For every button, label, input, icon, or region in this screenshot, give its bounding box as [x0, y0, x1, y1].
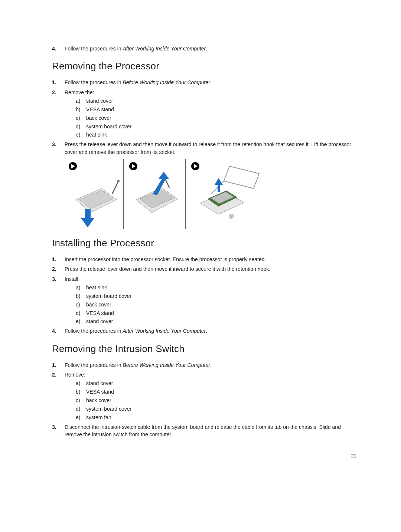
- section-heading: Installing the Processor: [52, 237, 356, 249]
- sub-text: stand cover: [86, 318, 113, 324]
- step-text: Follow the procedures in: [65, 46, 123, 52]
- sub-text: system board cover: [86, 406, 131, 412]
- page-number: 21: [52, 453, 356, 459]
- sub-text: stand cover: [86, 380, 113, 386]
- processor-removal-figure: [65, 159, 356, 229]
- sub-list-item: a)heat sink: [76, 284, 356, 291]
- sub-list-item: c)back cover: [76, 397, 356, 404]
- sub-list-item: e)stand cover: [76, 318, 356, 325]
- step-text: Follow the procedures in: [65, 79, 123, 85]
- sub-list-item: c)back cover: [76, 301, 356, 308]
- step-text: Press the release lever down and then mo…: [65, 141, 351, 155]
- sub-list-item: d)VESA stand: [76, 310, 356, 317]
- figure-separator: [185, 159, 186, 229]
- sub-list-item: a)stand cover: [76, 98, 356, 105]
- page: 4. Follow the procedures in After Workin…: [0, 0, 401, 481]
- step-text: Insert the processor into the processor …: [65, 256, 266, 262]
- sub-marker: b): [76, 293, 80, 300]
- top-step-list: 4. Follow the procedures in After Workin…: [52, 45, 356, 52]
- sub-text: stand cover: [86, 98, 113, 104]
- svg-marker-16: [224, 166, 259, 188]
- step-text: Disconnect the intrusion-switch cable fr…: [65, 424, 341, 437]
- list-marker: 1.: [52, 79, 60, 86]
- sub-marker: e): [76, 318, 80, 325]
- sub-marker: d): [76, 310, 80, 317]
- section-heading: Removing the Intrusion Switch: [52, 343, 356, 355]
- step-text-after: .: [210, 79, 212, 85]
- list-marker: 3.: [52, 275, 60, 283]
- step-text: Install:: [65, 276, 79, 282]
- svg-point-5: [117, 180, 120, 182]
- svg-line-4: [112, 181, 118, 194]
- list-item: 1. Insert the processor into the process…: [52, 256, 356, 263]
- sub-marker: a): [76, 284, 80, 291]
- sub-list-item: d)system board cover: [76, 123, 356, 130]
- list-marker: 2.: [52, 89, 60, 96]
- list-item: 2. Remove: a)stand cover b)VESA stand c)…: [52, 371, 356, 421]
- sub-text: heat sink: [86, 285, 107, 290]
- sub-marker: e): [76, 131, 80, 138]
- sub-marker: a): [76, 98, 80, 105]
- list-marker: 3.: [52, 423, 60, 431]
- sub-list: a)stand cover b)VESA stand c)back cover …: [76, 98, 356, 138]
- sub-list-item: d)system board cover: [76, 405, 356, 413]
- step-text: Remove:: [65, 372, 85, 378]
- section3-steps: 1. Follow the procedures in Before Worki…: [52, 361, 356, 439]
- sub-list: a)stand cover b)VESA stand c)back cover …: [76, 380, 356, 421]
- list-marker: 2.: [52, 371, 60, 378]
- sub-marker: c): [76, 301, 80, 308]
- list-item: 4. Follow the procedures in After Workin…: [52, 45, 356, 52]
- sub-text: back cover: [86, 302, 111, 308]
- sub-list-item: c)back cover: [76, 115, 356, 122]
- sub-marker: a): [76, 380, 80, 387]
- figure-panel-3: [189, 159, 267, 229]
- sub-marker: b): [76, 106, 80, 113]
- list-marker: 4.: [52, 327, 60, 335]
- list-marker: 1.: [52, 256, 60, 263]
- sub-text: system board cover: [86, 293, 131, 299]
- svg-marker-21: [215, 178, 223, 192]
- list-item: 1. Follow the procedures in Before Worki…: [52, 79, 356, 86]
- sub-list: a)heat sink b)system board cover c)back …: [76, 284, 356, 325]
- sub-marker: b): [76, 388, 80, 395]
- sub-marker: c): [76, 397, 80, 404]
- reference-link: Before Working Inside Your Computer: [123, 79, 210, 85]
- sub-text: back cover: [86, 115, 111, 121]
- reference-link: Before Working Inside Your Computer: [123, 362, 210, 368]
- figure-panel-1: [65, 159, 120, 229]
- figure-panel-2: [127, 159, 182, 229]
- list-marker: 2.: [52, 265, 60, 273]
- list-marker: 4.: [52, 45, 60, 52]
- step-text-after: .: [210, 362, 212, 368]
- sub-text: VESA stand: [86, 389, 114, 395]
- step-text: Follow the procedures in: [65, 328, 123, 334]
- list-item: 2. Remove the: a)stand cover b)VESA stan…: [52, 89, 356, 139]
- sub-marker: d): [76, 405, 80, 413]
- sub-list-item: b)VESA stand: [76, 388, 356, 395]
- step-text-after: .: [206, 328, 207, 334]
- list-item: 3. Press the release lever down and then…: [52, 141, 356, 156]
- step-text-after: .: [206, 46, 207, 52]
- sub-marker: d): [76, 123, 80, 130]
- sub-text: system board cover: [86, 124, 131, 129]
- step-text: Press the release lever down and then mo…: [65, 266, 270, 272]
- section1-steps: 1. Follow the procedures in Before Worki…: [52, 79, 356, 156]
- sub-text: VESA stand: [86, 106, 114, 112]
- list-marker: 1.: [52, 361, 60, 369]
- sub-marker: c): [76, 115, 80, 122]
- sub-list-item: e)heat sink: [76, 131, 356, 138]
- sub-list-item: b)VESA stand: [76, 106, 356, 113]
- sub-list-item: b)system board cover: [76, 293, 356, 300]
- sub-text: VESA stand: [86, 310, 114, 316]
- list-item: 4. Follow the procedures in After Workin…: [52, 327, 356, 335]
- figure-separator: [123, 159, 124, 229]
- list-item: 3. Disconnect the intrusion-switch cable…: [52, 423, 356, 439]
- list-item: 1. Follow the procedures in Before Worki…: [52, 361, 356, 369]
- section-heading: Removing the Processor: [52, 60, 356, 72]
- list-item: 3. Install: a)heat sink b)system board c…: [52, 275, 356, 325]
- list-item: 2. Press the release lever down and then…: [52, 265, 356, 273]
- reference-link: After Working Inside Your Computer: [123, 328, 206, 334]
- sub-text: back cover: [86, 397, 111, 403]
- list-marker: 3.: [52, 141, 60, 148]
- section2-steps: 1. Insert the processor into the process…: [52, 256, 356, 335]
